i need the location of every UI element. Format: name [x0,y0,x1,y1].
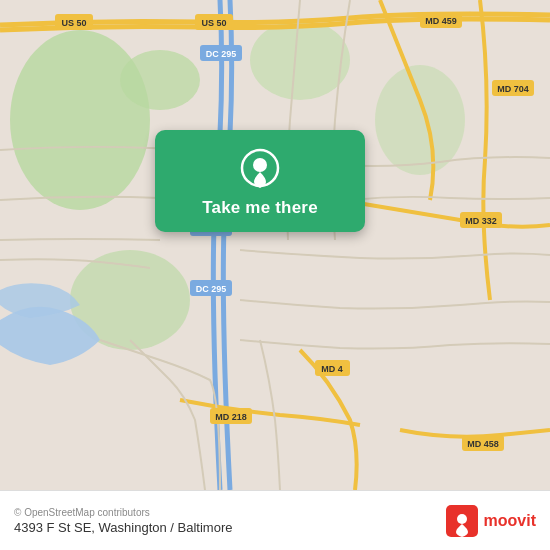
svg-text:MD 218: MD 218 [215,412,247,422]
svg-point-29 [253,158,267,172]
location-pin-icon [240,148,280,188]
svg-point-2 [120,50,200,110]
svg-point-1 [10,30,150,210]
copyright-text: © OpenStreetMap contributors [14,507,232,518]
svg-text:MD 704: MD 704 [497,84,529,94]
bottom-bar: © OpenStreetMap contributors 4393 F St S… [0,490,550,550]
svg-point-3 [250,20,350,100]
svg-text:MD 459: MD 459 [425,16,457,26]
moovit-text: moovit [484,512,536,530]
svg-text:US 50: US 50 [61,18,86,28]
svg-point-31 [457,514,467,524]
svg-point-5 [375,65,465,175]
map-container: US 50 US 50 DC 295 DC 295 DC 295 MD 459 … [0,0,550,490]
location-card[interactable]: Take me there [155,130,365,232]
take-me-there-button[interactable]: Take me there [202,198,318,218]
svg-text:DC 295: DC 295 [206,49,237,59]
address-text: 4393 F St SE, Washington / Baltimore [14,520,232,535]
moovit-icon [446,505,478,537]
svg-text:DC 295: DC 295 [196,284,227,294]
svg-text:US 50: US 50 [201,18,226,28]
moovit-logo[interactable]: moovit [446,505,536,537]
address-section: © OpenStreetMap contributors 4393 F St S… [14,507,232,535]
svg-text:MD 332: MD 332 [465,216,497,226]
map-svg: US 50 US 50 DC 295 DC 295 DC 295 MD 459 … [0,0,550,490]
svg-text:MD 458: MD 458 [467,439,499,449]
svg-text:MD 4: MD 4 [321,364,343,374]
